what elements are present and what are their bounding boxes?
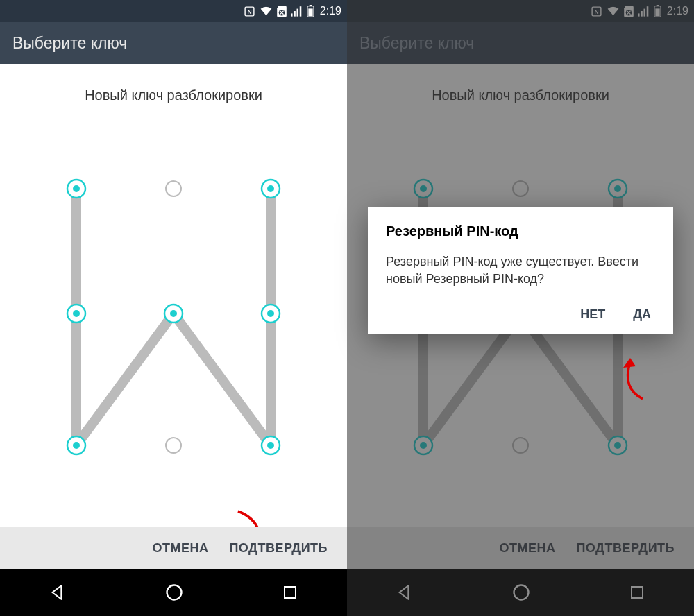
svg-rect-4 — [294, 11, 296, 17]
header-bar: Выберите ключ — [0, 22, 347, 64]
recent-icon[interactable] — [282, 584, 298, 601]
dialog-yes-button[interactable]: ДА — [633, 307, 651, 322]
battery-icon — [307, 5, 314, 17]
dialog-body: Резервный PIN-код уже существует. Ввести… — [386, 253, 655, 288]
svg-rect-3 — [291, 13, 293, 16]
status-bar: N 2:19 — [0, 0, 347, 22]
header-title: Выберите ключ — [12, 34, 127, 53]
back-icon[interactable] — [49, 583, 67, 601]
screen-right: N 2:19 Выберите ключ Новый ключ разблоки… — [347, 0, 694, 616]
svg-rect-9 — [308, 8, 312, 16]
dialog-actions: НЕТ ДА — [386, 307, 655, 322]
svg-point-13 — [267, 185, 274, 192]
nfc-icon: N — [244, 6, 255, 17]
svg-text:N: N — [247, 8, 251, 15]
confirm-button[interactable]: ПОДТВЕРДИТЬ — [229, 541, 328, 556]
pattern-lock[interactable] — [56, 168, 291, 459]
sim-icon — [277, 6, 287, 17]
svg-point-23 — [267, 442, 274, 449]
signal-icon — [291, 6, 303, 17]
dialog-title: Резервный PIN-код — [386, 223, 655, 239]
button-bar: ОТМЕНА ПОДТВЕРДИТЬ — [0, 527, 347, 569]
cancel-button[interactable]: ОТМЕНА — [152, 541, 208, 556]
instruction-text: Новый ключ разблокировки — [0, 87, 347, 103]
svg-rect-5 — [296, 9, 298, 17]
screen-left: N 2:19 Выберите ключ Новый ключ разблоки… — [0, 0, 347, 616]
pin-dialog: Резервный PIN-код Резервный PIN-код уже … — [368, 207, 673, 334]
svg-point-26 — [167, 585, 181, 600]
nav-bar — [0, 569, 347, 616]
svg-rect-6 — [300, 6, 302, 16]
home-icon[interactable] — [164, 583, 184, 602]
svg-point-25 — [166, 438, 181, 453]
dialog-no-button[interactable]: НЕТ — [580, 307, 605, 322]
svg-rect-27 — [285, 587, 296, 598]
svg-point-21 — [73, 442, 80, 449]
svg-point-19 — [267, 310, 274, 317]
svg-point-11 — [73, 185, 80, 192]
wifi-icon — [260, 6, 273, 17]
svg-point-17 — [170, 310, 177, 317]
svg-point-15 — [73, 310, 80, 317]
svg-point-24 — [166, 181, 181, 196]
status-time: 2:19 — [320, 5, 341, 17]
